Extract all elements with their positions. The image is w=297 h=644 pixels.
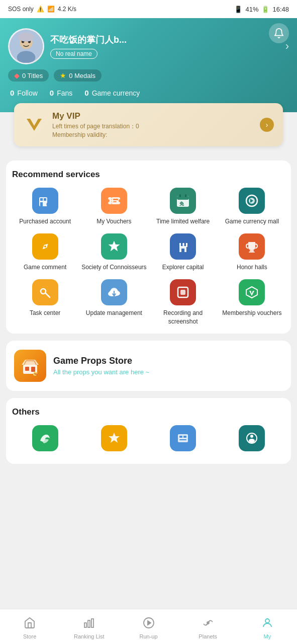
svg-rect-21 [185,194,186,197]
svg-text:免: 免 [179,201,184,206]
follow-label: Follow [17,89,37,97]
nav-item-run-up[interactable]: Run-up [119,614,178,639]
nav-label-2: Run-up [139,633,157,639]
service-item-1[interactable]: My Vouchers [81,188,147,225]
svg-marker-27 [109,241,120,251]
svg-marker-56 [109,433,120,443]
vip-title: My VIP [52,111,253,121]
badges-row: ◆ 0 Titles ★ 0 Medals [8,69,289,82]
svg-rect-66 [91,619,93,627]
store-title: Game Props Store [53,356,283,366]
follow-stat[interactable]: 0 Follow [10,89,38,97]
others-icon-1 [101,425,127,451]
svg-marker-68 [148,621,151,625]
fans-stat[interactable]: 0 Fans [50,89,72,97]
others-card: Others [6,398,291,464]
sos-label: SOS only [8,6,34,13]
svg-rect-60 [179,439,186,440]
profile-row: 不吃饭的掌门人b... No real name › [8,28,289,64]
service-item-10[interactable]: Recording and screenshot [150,279,216,325]
service-label-1: My Vouchers [96,217,131,225]
service-item-7[interactable]: Honor halls [219,233,285,271]
vip-arrow-button[interactable]: › [260,118,274,132]
svg-point-5 [18,33,34,42]
others-icon-0 [32,425,58,451]
svg-rect-8 [40,198,43,201]
sim-icon: 📱 [234,6,242,13]
service-item-4[interactable]: Game comment [12,233,78,271]
svg-rect-48 [180,290,185,295]
currency-label: Game currency [92,89,140,97]
nav-label-0: Store [23,633,36,639]
vip-card[interactable]: My VIP Left times of page translation：0 … [14,103,283,146]
currency-stat[interactable]: 0 Game currency [84,89,140,97]
service-item-11[interactable]: Membership vouchers [219,279,285,325]
nav-label-1: Ranking List [74,633,105,639]
service-icon-10 [170,279,196,305]
service-icon-1 [101,188,127,214]
speed-label: 4.2 K/s [58,6,76,13]
service-icon-11 [239,279,265,305]
profile-arrow-button[interactable]: › [285,40,289,53]
notification-bell-button[interactable] [269,23,289,43]
services-grid: GPurchased accountMy Vouchers免Time limit… [12,188,285,326]
header-section: 不吃饭的掌门人b... No real name › ◆ 0 Titles ★ … [0,18,297,112]
service-icon-9 [101,279,127,305]
nav-icon-2 [143,617,155,632]
others-item-3[interactable] [219,425,285,455]
nav-label-3: Planets [199,633,217,639]
service-icon-3 [239,188,265,214]
service-label-4: Game comment [24,263,66,271]
battery-icon: 🔋 [261,6,269,13]
nav-item-planets[interactable]: Planets [178,614,238,639]
fans-label: Fans [57,89,72,97]
medals-badge[interactable]: ★ 0 Medals [54,69,102,82]
game-props-store-card[interactable]: % Game Props Store All the props you wan… [6,341,291,391]
svg-rect-16 [113,199,118,200]
svg-point-13 [107,199,110,202]
service-label-3: Game currency mall [225,217,279,225]
others-item-1[interactable] [81,425,147,455]
service-item-2[interactable]: 免Time limited welfare [150,188,216,225]
titles-badge[interactable]: ◆ 0 Titles [8,69,49,82]
service-icon-0: G [32,188,58,214]
svg-point-70 [265,619,269,623]
svg-text:G: G [46,201,51,207]
svg-marker-50 [249,291,254,296]
svg-rect-33 [179,243,181,245]
service-item-6[interactable]: Explorer capital [150,233,216,271]
nav-label-4: My [264,633,271,639]
status-right: 📱 41% 🔋 16:48 [234,6,289,13]
service-item-8[interactable]: Task center [12,279,78,325]
diamond-icon: ◆ [14,71,20,79]
username-label: 不吃饭的掌门人b... [50,34,279,46]
others-item-2[interactable] [150,425,216,455]
nav-item-my[interactable]: My [238,614,297,639]
status-bar: SOS only ⚠️ 📶 4.2 K/s 📱 41% 🔋 16:48 [0,0,297,18]
svg-rect-19 [177,196,189,200]
nav-item-store[interactable]: Store [0,614,59,639]
bottom-navigation: StoreRanking ListRun-upPlanetsMy [0,609,297,644]
svg-rect-65 [88,620,90,627]
time-label: 16:48 [272,6,289,13]
vip-validity: Membership validity: [52,131,253,138]
vip-icon [23,114,45,136]
service-label-7: Honor halls [237,263,267,271]
nav-item-ranking-list[interactable]: Ranking List [59,614,119,639]
signal-icon: ⚠️ [37,6,44,13]
star-icon: ★ [60,71,66,79]
svg-rect-58 [179,436,182,438]
service-icon-4 [32,233,58,260]
service-item-3[interactable]: Game currency mall [219,188,285,225]
avatar[interactable] [8,28,44,64]
nav-icon-1 [83,617,95,632]
service-item-0[interactable]: GPurchased account [12,188,78,225]
service-item-9[interactable]: Update management [81,279,147,325]
recommend-services-title: Recommend services [12,170,285,180]
service-item-5[interactable]: Society of Connoisseurs [81,233,147,271]
svg-rect-34 [183,243,184,245]
currency-count: 0 [84,89,88,97]
svg-rect-36 [250,250,254,252]
titles-label: 0 Titles [22,72,43,79]
others-item-0[interactable] [12,425,78,455]
